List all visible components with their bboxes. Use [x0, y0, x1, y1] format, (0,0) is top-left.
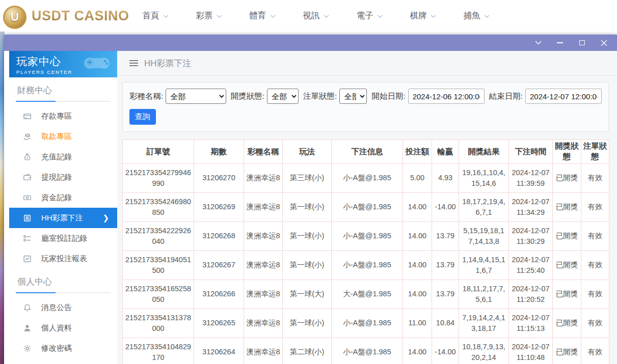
- banknote-icon: [23, 193, 32, 202]
- column-header: 玩法: [283, 140, 332, 164]
- chevron-down-icon: [484, 15, 490, 18]
- nav-item-6[interactable]: 捕魚: [464, 10, 490, 21]
- sidebar-item-money-bag[interactable]: 充值記錄 ❯: [9, 147, 117, 167]
- sidebar-section: 財務中心 存款專區 ❯ 取款專區 ❯ 充值記錄 ❯ 提現記錄 ❯ 資金記錄 ❯ …: [9, 85, 117, 269]
- brand-logo[interactable]: U USDT CASINO: [0, 3, 129, 29]
- lottery-name-label: 彩種名稱:: [129, 91, 163, 102]
- doc-lines-icon: [23, 214, 32, 222]
- nav-item-5[interactable]: 棋牌: [410, 10, 436, 21]
- content-header: HH彩票下注: [117, 51, 617, 76]
- bell-icon: [23, 303, 32, 312]
- sidebar-item-label: 個人資料: [41, 323, 72, 333]
- table-row: 215217335416525805031206266澳洲幸运8第一球(大)大-…: [123, 280, 609, 309]
- sidebar-item-wallet[interactable]: 提現記錄 ❯: [9, 167, 117, 187]
- nav-item-3[interactable]: 視訊: [303, 10, 329, 21]
- table-cell: 2152173354165258050: [123, 280, 194, 309]
- table-row: 215217335413137800031206265澳洲幸运8第一球(小)小-…: [123, 309, 609, 338]
- bank-card-icon: [23, 112, 32, 121]
- end-date-label: 結束日期:: [489, 91, 523, 102]
- nav-item-0[interactable]: 首頁: [143, 10, 169, 21]
- column-header: 輸贏: [432, 140, 459, 164]
- search-button[interactable]: 查詢: [129, 109, 156, 125]
- table-cell: 有效: [581, 222, 609, 251]
- table-cell: 31206270: [194, 164, 244, 193]
- sidebar-item-bank-card[interactable]: 存款專區 ❯: [9, 106, 117, 126]
- sidebar-item-person[interactable]: 個人資料 ❯: [9, 318, 117, 338]
- order-status-select[interactable]: 全部: [339, 89, 367, 104]
- section-divider: [16, 101, 111, 102]
- table-cell: 18,11,2,17,7,5,6,1: [459, 280, 509, 309]
- sidebar-item-banknote[interactable]: 資金記錄 ❯: [9, 187, 117, 208]
- table-cell: 14.00: [403, 251, 432, 280]
- money-bag-icon: [23, 153, 32, 161]
- nav-item-label: 棋牌: [410, 10, 427, 21]
- nav-item-1[interactable]: 彩票: [196, 10, 222, 21]
- table-cell: 2024-12-07 11:39:59: [509, 164, 553, 193]
- table-cell: 10,18,7,9,13,20,2,14: [459, 338, 509, 364]
- start-date-input[interactable]: [408, 89, 485, 104]
- table-row: 215217335410482917031206264澳洲幸运8第二球(小)小-…: [123, 338, 609, 364]
- table-cell: -14.00: [432, 193, 459, 222]
- filter-panel: 彩種名稱: 全部 開獎狀態: 全部 注單狀態: 全部 開始日期:: [122, 82, 609, 132]
- table-cell: 2024-12-07 11:20:52: [509, 280, 553, 309]
- nav-item-label: 電子: [357, 10, 373, 21]
- table-cell: 2152173354246980850: [123, 193, 194, 222]
- table-cell: 14.00: [403, 193, 432, 222]
- column-header: 開獎結果: [459, 140, 509, 164]
- table-cell: 7,19,14,2,4,13,18,17: [459, 309, 509, 338]
- chevron-down-icon: [324, 15, 329, 18]
- brand-name: USDT CASINO: [32, 8, 129, 24]
- table-cell: 澳洲幸运8: [244, 309, 283, 338]
- lottery-name-select[interactable]: 全部: [166, 89, 226, 104]
- table-cell: 澳洲幸运8: [244, 338, 283, 364]
- sidebar-item-bell[interactable]: 消息公告 ❯: [9, 297, 117, 318]
- table-cell: 第一球(小): [283, 251, 332, 280]
- table-cell: 有效: [581, 251, 609, 280]
- chevron-down-icon: [163, 15, 169, 18]
- maximize-icon[interactable]: [578, 39, 586, 47]
- table-cell: 有效: [581, 164, 609, 193]
- sidebar-header: 玩家中心 PLAYERS CENTER: [9, 51, 117, 77]
- wallet-icon: [23, 173, 32, 182]
- sidebar-item-hand-coins[interactable]: 取款專區 ❯: [9, 126, 117, 147]
- bets-table: 訂單號期數彩種名稱玩法下注信息投注額輸贏開獎結果下注時間開獎狀態注單狀態 215…: [122, 139, 609, 364]
- nav-item-label: 體育: [250, 10, 266, 21]
- table-cell: 澳洲幸运8: [244, 280, 283, 309]
- sidebar-item-list-check[interactable]: 廳室投註記錄 ❯: [9, 228, 117, 248]
- nav-item-2[interactable]: 體育: [250, 10, 276, 21]
- sidebar-item-label: 存款專區: [41, 111, 72, 121]
- menu-toggle-icon[interactable]: [129, 60, 138, 66]
- table-cell: 2024-12-07 11:10:48: [509, 338, 553, 364]
- sidebar-item-doc-lines[interactable]: HH彩票下注 ❯: [9, 208, 117, 228]
- sidebar-item-gear[interactable]: 修改密碼 ❯: [9, 338, 117, 358]
- end-date-input[interactable]: [525, 89, 602, 104]
- table-cell: 已開獎: [553, 309, 581, 338]
- collapse-icon[interactable]: [534, 39, 542, 47]
- sidebar-item-label: HH彩票下注: [41, 213, 83, 223]
- sidebar-item-label: 玩家投注報表: [41, 254, 87, 264]
- minimize-icon[interactable]: [556, 39, 564, 47]
- nav-item-4[interactable]: 電子: [357, 10, 383, 21]
- order-status-label: 注單狀態:: [303, 91, 337, 102]
- table-row: 215217335427994699031206270澳洲幸运8第三球(小)小-…: [123, 164, 609, 193]
- table-cell: 14.00: [403, 280, 432, 309]
- table-cell: 2024-12-07 11:34:29: [509, 193, 553, 222]
- table-cell: 有效: [581, 280, 609, 309]
- sidebar-item-label: 資金記錄: [41, 193, 72, 203]
- draw-status-select[interactable]: 全部: [267, 89, 299, 104]
- chevron-down-icon: [270, 15, 276, 18]
- sidebar-item-label: 提現記錄: [41, 173, 72, 182]
- player-center-window: 玩家中心 PLAYERS CENTER 財務中心: [4, 35, 617, 364]
- close-icon[interactable]: [600, 39, 608, 47]
- page-title: HH彩票下注: [144, 58, 192, 69]
- table-cell: 有效: [581, 309, 609, 338]
- sidebar-item-chart-box[interactable]: 玩家投注報表 ❯: [9, 248, 117, 269]
- column-header: 下注時間: [509, 140, 553, 164]
- sidebar-section-label: 個人中心: [17, 276, 110, 288]
- table-cell: 有效: [581, 338, 609, 364]
- table-cell: 已開獎: [553, 193, 581, 222]
- table-cell: 14.00: [403, 338, 432, 364]
- table-row: 215217335422292604031206268澳洲幸运8第一球(小)小-…: [123, 222, 609, 251]
- chevron-down-icon: [217, 15, 222, 18]
- table-cell: 澳洲幸运8: [244, 193, 283, 222]
